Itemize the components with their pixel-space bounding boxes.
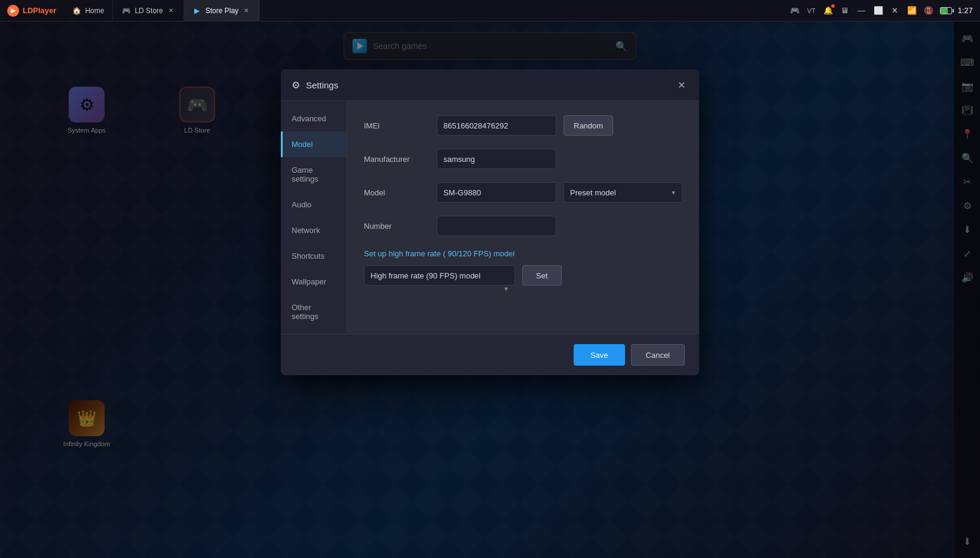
- preset-select-wrapper: Preset model Samsung Galaxy S21 Ultra Sa…: [564, 182, 682, 203]
- system-time: 1:27: [958, 6, 973, 15]
- model-row: Model Preset model Samsung Galaxy S21 Ul…: [364, 182, 682, 203]
- nav-wallpaper-label: Wallpaper: [292, 277, 326, 286]
- nav-item-model[interactable]: Model: [281, 131, 347, 157]
- fps-section: Set up high frame rate ( 90/120 FPS) mod…: [364, 249, 682, 286]
- desktop: ▶ LDPlayer 🏠 Home 🎮 LD Store ✕ ▶ Store P…: [0, 0, 980, 558]
- nav-active-indicator: [281, 131, 283, 157]
- close-tab-ld-store[interactable]: ✕: [167, 7, 175, 15]
- nav-item-advanced[interactable]: Advanced: [281, 106, 347, 131]
- notification-dot: [831, 4, 835, 8]
- screen-icon: 🖥: [840, 5, 850, 16]
- tab-play-store-label: Store Play: [206, 7, 238, 15]
- nav-item-game-settings[interactable]: Game settings: [281, 157, 347, 192]
- tab-bar: 🏠 Home 🎮 LD Store ✕ ▶ Store Play ✕: [63, 0, 782, 21]
- imei-input[interactable]: [437, 115, 556, 136]
- app-logo[interactable]: ▶ LDPlayer: [0, 5, 63, 17]
- dialog-content-model: IMEI Random Manufacturer Model: [347, 101, 699, 334]
- tab-ld-store-label: LD Store: [134, 7, 163, 15]
- preset-model-select[interactable]: Preset model Samsung Galaxy S21 Ultra Sa…: [564, 182, 682, 203]
- logo-text: LDPlayer: [23, 6, 56, 15]
- minimize-button[interactable]: —: [856, 5, 867, 16]
- model-label: Model: [364, 188, 430, 197]
- manufacturer-input[interactable]: [437, 149, 556, 169]
- play-store-tab-icon: ▶: [192, 6, 202, 16]
- nav-network-label: Network: [292, 226, 320, 235]
- cancel-button[interactable]: Cancel: [631, 344, 685, 366]
- tab-ld-store[interactable]: 🎮 LD Store ✕: [113, 0, 183, 21]
- random-button[interactable]: Random: [564, 115, 613, 136]
- settings-nav: Advanced Model Game settings Audio Netwo…: [281, 101, 347, 334]
- tab-home[interactable]: 🏠 Home: [63, 0, 113, 21]
- fps-select-wrapper: High frame rate (90 FPS) model High fram…: [364, 265, 515, 286]
- settings-dialog: ⚙ Settings ✕ Advanced Model Game setti: [281, 69, 699, 375]
- fps-controls: High frame rate (90 FPS) model High fram…: [364, 265, 682, 286]
- nav-item-audio[interactable]: Audio: [281, 192, 347, 217]
- fps-link[interactable]: Set up high frame rate ( 90/120 FPS) mod…: [364, 249, 682, 258]
- model-input[interactable]: [437, 182, 556, 203]
- dialog-body: Advanced Model Game settings Audio Netwo…: [281, 101, 699, 334]
- tab-home-label: Home: [85, 7, 104, 15]
- ld-store-tab-icon: 🎮: [121, 6, 131, 16]
- dialog-close-button[interactable]: ✕: [674, 78, 688, 92]
- manufacturer-label: Manufacturer: [364, 155, 430, 164]
- modal-overlay: ⚙ Settings ✕ Advanced Model Game setti: [0, 22, 980, 558]
- battery-icon: [940, 7, 952, 14]
- nav-item-network[interactable]: Network: [281, 217, 347, 243]
- number-input[interactable]: [437, 216, 556, 236]
- signal-icon: 📵: [923, 5, 934, 16]
- manufacturer-row: Manufacturer: [364, 149, 682, 169]
- number-row: Number: [364, 216, 682, 236]
- nav-model-label: Model: [292, 140, 313, 149]
- fps-model-select[interactable]: High frame rate (90 FPS) model High fram…: [364, 265, 515, 286]
- nav-other-settings-label: Other settings: [292, 303, 318, 321]
- maximize-button[interactable]: ⬜: [873, 5, 884, 16]
- dialog-footer: Save Cancel: [281, 334, 699, 375]
- nav-advanced-label: Advanced: [292, 114, 326, 123]
- home-icon: 🏠: [72, 6, 81, 16]
- settings-gear-icon: ⚙: [292, 79, 300, 91]
- notification-icon: 🔔: [823, 5, 834, 16]
- tab-play-store[interactable]: ▶ Store Play ✕: [184, 0, 259, 21]
- fps-select-arrow: ▼: [503, 286, 509, 292]
- battery-fill: [941, 8, 948, 14]
- set-button[interactable]: Set: [522, 265, 562, 286]
- taskbar-right: 🎮 VT 🔔 🖥 — ⬜ ✕ 📶 📵 1:27: [782, 5, 980, 16]
- dialog-header: ⚙ Settings ✕: [281, 69, 699, 101]
- close-tab-play-store[interactable]: ✕: [242, 7, 250, 15]
- taskbar: ▶ LDPlayer 🏠 Home 🎮 LD Store ✕ ▶ Store P…: [0, 0, 980, 22]
- dialog-title: Settings: [306, 80, 668, 90]
- imei-label: IMEI: [364, 121, 430, 130]
- vt-indicator: VT: [806, 5, 817, 16]
- nav-shortcuts-label: Shortcuts: [292, 252, 324, 260]
- save-button[interactable]: Save: [574, 344, 625, 366]
- nav-audio-label: Audio: [292, 200, 311, 209]
- wifi-icon: 📶: [906, 5, 917, 16]
- nav-item-shortcuts[interactable]: Shortcuts: [281, 243, 347, 269]
- nav-item-wallpaper[interactable]: Wallpaper: [281, 269, 347, 295]
- number-label: Number: [364, 222, 430, 231]
- imei-row: IMEI Random: [364, 115, 682, 136]
- nav-item-other-settings[interactable]: Other settings: [281, 295, 347, 329]
- logo-icon: ▶: [7, 5, 19, 17]
- nav-game-settings-label: Game settings: [292, 165, 318, 183]
- gamepad-status-icon: 🎮: [789, 5, 800, 16]
- close-app-button[interactable]: ✕: [890, 5, 901, 16]
